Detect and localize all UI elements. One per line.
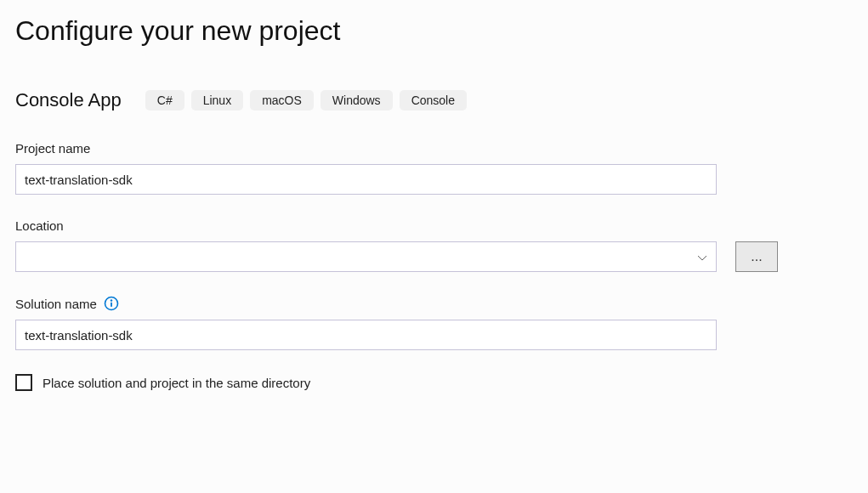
tag-linux: Linux (191, 90, 243, 110)
same-directory-checkbox[interactable] (15, 374, 32, 391)
svg-point-1 (111, 299, 112, 301)
svg-rect-2 (111, 303, 112, 307)
tag-list: C# Linux macOS Windows Console (145, 90, 467, 110)
solution-name-input[interactable] (15, 320, 717, 350)
solution-name-block: Solution name (15, 296, 853, 350)
project-name-block: Project name (15, 141, 853, 195)
tag-csharp: C# (145, 90, 184, 110)
solution-name-label: Solution name (15, 296, 853, 311)
tag-macos: macOS (250, 90, 314, 110)
location-input[interactable] (15, 241, 717, 272)
solution-name-label-text: Solution name (15, 297, 97, 311)
browse-button[interactable]: ... (735, 241, 778, 272)
same-directory-row: Place solution and project in the same d… (15, 374, 853, 391)
location-label: Location (15, 218, 853, 233)
tag-console: Console (400, 90, 467, 110)
page-title: Configure your new project (15, 15, 853, 47)
project-name-input[interactable] (15, 164, 717, 195)
info-icon[interactable] (104, 296, 119, 311)
template-row: Console App C# Linux macOS Windows Conso… (15, 89, 853, 111)
template-name: Console App (15, 89, 122, 111)
location-block: Location ... (15, 218, 853, 272)
same-directory-label: Place solution and project in the same d… (43, 376, 310, 390)
tag-windows: Windows (321, 90, 393, 110)
project-name-label: Project name (15, 141, 853, 156)
